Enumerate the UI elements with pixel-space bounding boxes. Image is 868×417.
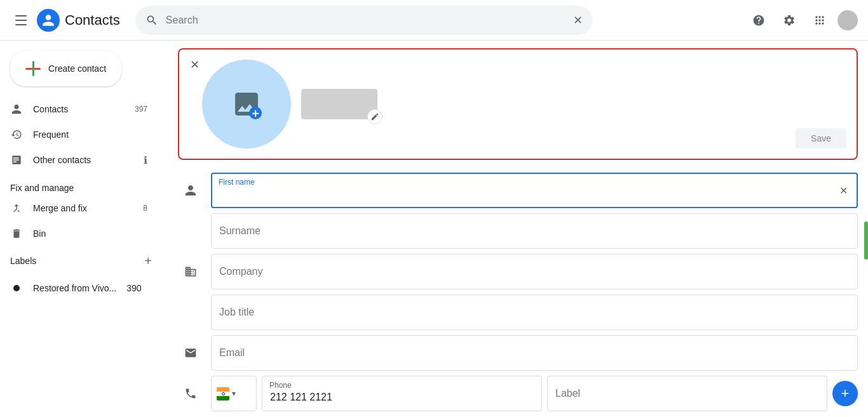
scroll-indicator [864, 222, 868, 260]
fix-manage-title: Fix and manage [0, 173, 168, 195]
merge-fix-label: Merge and fix [33, 203, 133, 213]
photo-header-card: ✕ + Save [178, 48, 858, 160]
main-layout: Create contact Contacts 397 Frequent Oth… [0, 41, 868, 417]
email-fields-group [211, 335, 858, 371]
phone-row: ▾ Phone + [178, 376, 858, 411]
company-form-icon [178, 254, 203, 289]
frequent-label: Frequent [33, 129, 147, 140]
surname-input[interactable] [211, 213, 858, 249]
labels-title: Labels [10, 256, 139, 266]
history-icon [10, 128, 23, 141]
form-section: First name ✕ [168, 168, 868, 417]
create-plus-icon [25, 61, 41, 76]
svg-text:+: + [252, 107, 259, 119]
user-avatar[interactable] [837, 10, 858, 30]
person-form-icon [178, 173, 203, 208]
job-title-field-wrapper [211, 295, 858, 330]
person-add-icon [10, 154, 23, 166]
contacts-label: Contacts [33, 104, 125, 114]
bin-label: Bin [33, 228, 147, 239]
add-phone-button[interactable]: + [832, 381, 858, 406]
surname-field-wrapper [211, 213, 858, 249]
other-contacts-info-icon[interactable]: ℹ [144, 154, 147, 166]
person-icon [10, 103, 23, 116]
add-icon: + [841, 387, 850, 400]
logo-icon [37, 9, 60, 32]
contacts-count: 397 [135, 105, 147, 114]
search-icon [146, 14, 158, 27]
merge-icon [10, 202, 23, 215]
search-bar: ✕ [135, 6, 593, 35]
help-button[interactable] [746, 8, 771, 33]
photo-upload-circle[interactable]: + [202, 60, 291, 149]
first-name-clear-button[interactable]: ✕ [834, 181, 853, 200]
sidebar-item-frequent[interactable]: Frequent [0, 122, 158, 147]
chevron-down-icon: ▾ [232, 389, 236, 398]
app-title: Contacts [65, 12, 120, 29]
settings-button[interactable] [776, 8, 802, 33]
india-flag-icon [217, 387, 229, 400]
phone-form-icon [178, 376, 203, 411]
save-button[interactable]: Save [796, 128, 846, 149]
country-selector[interactable]: ▾ [211, 376, 257, 411]
app-logo: Contacts [37, 9, 120, 32]
close-card-button[interactable]: ✕ [184, 55, 205, 75]
close-icon: ✕ [190, 58, 200, 72]
top-right-icons [746, 8, 858, 33]
create-contact-button[interactable]: Create contact [10, 51, 121, 86]
phone-label-field-wrapper [547, 376, 827, 411]
phone-input[interactable] [262, 376, 542, 411]
first-name-row: First name ✕ [178, 173, 858, 249]
create-contact-label: Create contact [48, 63, 106, 74]
phone-label-input[interactable] [547, 376, 827, 411]
merge-fix-count: 8 [143, 204, 147, 213]
menu-button[interactable] [10, 10, 32, 30]
clear-search-icon[interactable]: ✕ [573, 13, 583, 27]
sidebar-item-other-contacts[interactable]: Other contacts ℹ [0, 147, 158, 173]
top-bar: Contacts ✕ [0, 0, 868, 41]
company-input[interactable] [211, 254, 858, 289]
clear-icon: ✕ [839, 185, 848, 197]
plus-v [32, 61, 34, 76]
company-fields-group [211, 254, 858, 330]
other-contacts-label: Other contacts [33, 155, 133, 165]
search-input[interactable] [166, 15, 566, 26]
email-row [178, 335, 858, 371]
label-dot-icon [10, 282, 23, 295]
bin-icon [10, 227, 23, 240]
sidebar-item-bin[interactable]: Bin [0, 221, 158, 246]
name-preview-box [301, 89, 377, 119]
sidebar: Create contact Contacts 397 Frequent Oth… [0, 41, 168, 417]
phone-field-wrapper: Phone [262, 376, 542, 411]
sidebar-item-merge-fix[interactable]: Merge and fix 8 [0, 195, 158, 221]
content-area: ✕ + Save [168, 41, 868, 417]
name-fields-group: First name ✕ [211, 173, 858, 249]
apps-button[interactable] [807, 8, 832, 33]
label-restored-count: 390 [126, 283, 141, 293]
edit-badge[interactable] [367, 109, 383, 124]
email-form-icon [178, 335, 203, 371]
label-item-restored[interactable]: Restored from Vivo... 390 [0, 275, 158, 301]
email-field-wrapper [211, 335, 858, 371]
first-name-input[interactable] [211, 173, 858, 208]
sidebar-item-contacts[interactable]: Contacts 397 [0, 96, 158, 122]
job-title-input[interactable] [211, 295, 858, 330]
phone-fields-group: ▾ Phone + [211, 376, 858, 411]
add-label-button[interactable]: + [139, 251, 158, 270]
email-input[interactable] [211, 335, 858, 371]
add-photo-icon: + [231, 89, 262, 119]
company-field-wrapper [211, 254, 858, 289]
label-restored-name: Restored from Vivo... [33, 283, 116, 293]
company-row [178, 254, 858, 330]
labels-header: Labels + [0, 246, 168, 275]
first-name-field-wrapper: First name ✕ [211, 173, 858, 208]
name-preview-area [301, 89, 377, 119]
